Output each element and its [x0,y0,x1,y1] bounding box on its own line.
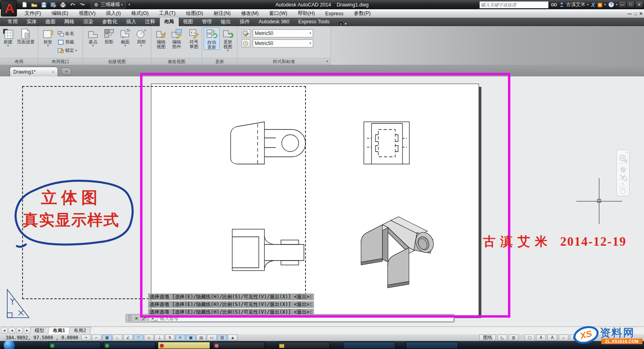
next-layout-button[interactable]: ▶ [16,328,23,334]
dynamic-input-toggle[interactable]: ≡ [175,335,185,341]
page-setup-button[interactable]: 页面设置 [16,27,35,44]
menu-help[interactable]: 帮助(H) [293,9,320,18]
command-line-grip[interactable] [128,315,132,321]
navbar-close-icon[interactable]: × [626,150,628,154]
a360-icon[interactable] [597,2,603,8]
print-button[interactable] [59,1,67,8]
application-menu-button[interactable] [1,0,17,16]
doc-close-button[interactable]: × [639,10,642,16]
workspace-settings-button[interactable]: ☼ [559,335,568,341]
ribbon-tab-autodesk360[interactable]: Autodesk 360 [254,18,294,26]
paper-model-toggle[interactable]: 图纸 [479,335,496,341]
ribbon-tab-solid[interactable]: 实体 [22,18,41,26]
lineweight-toggle[interactable]: ▣ [186,335,196,341]
dimension-style-select[interactable]: Metric50 ▾ [253,29,313,37]
command-line-close-icon[interactable]: × [133,315,140,322]
workspace-switcher[interactable]: 三维建模 ▾ [91,1,126,8]
help-caret-icon[interactable]: ▾ [616,3,617,6]
annotation-monitor-toggle[interactable]: ▲ [228,335,237,341]
menu-parametric[interactable]: 参数(P) [349,9,376,18]
annotation-visibility-button[interactable]: A [536,335,546,341]
qat-overflow-icon[interactable]: ▾ [128,3,130,6]
base-view-button[interactable]: 基点 ▾ [85,27,101,47]
ribbon-tab-express[interactable]: Express Tools [294,18,334,26]
doc-restore-button[interactable]: □ [634,11,637,16]
ribbon-tab-annotate[interactable]: 注释 [141,18,160,26]
redo-button[interactable]: ↷▾ [78,1,87,8]
detail-view-button[interactable]: A 局部 ▾ [133,27,149,47]
object-snap-toggle[interactable]: □ [134,335,143,341]
taskbar-button[interactable] [213,342,265,349]
minimize-button[interactable]: — [618,1,626,8]
ribbon-display-toggle[interactable]: ● ▾ [338,21,347,26]
prev-layout-button[interactable]: ◀ [8,328,15,334]
ribbon-tab-insert[interactable]: 插入 [122,18,141,26]
menu-tools[interactable]: 工具(T) [154,9,181,18]
steering-wheel-button[interactable]: 2D [617,154,629,163]
object-snap-tracking-toggle[interactable]: ⊥ [155,335,164,341]
clip-viewport-button[interactable]: 剪裁 [57,38,78,46]
pan-button[interactable] [617,164,629,172]
menu-file[interactable]: 文件(F) [19,9,46,18]
navigation-bar[interactable]: × 2D ▾ [616,150,630,196]
selection-cycling-toggle[interactable]: ▥ [217,335,227,341]
ribbon-tab-plugins[interactable]: 插件 [235,18,254,26]
doc-minimize-button[interactable]: — [627,11,632,16]
ortho-mode-toggle[interactable]: ∟ [113,335,122,341]
menu-edit[interactable]: 编辑(E) [46,9,74,18]
quick-properties-toggle[interactable]: ▭ [207,335,217,341]
ribbon-tab-mesh[interactable]: 网格 [60,18,79,26]
taskbar-button[interactable] [103,342,155,349]
signin-user-name[interactable]: 古滇艾米 [566,1,586,8]
text-style-select[interactable]: Metric50 ▾ [253,39,313,47]
first-layout-button[interactable]: ◀ [1,328,8,334]
menu-window[interactable]: 窗口(W) [264,9,293,18]
user-caret-icon[interactable]: ▾ [587,3,589,6]
help-button[interactable]: ? [608,2,614,8]
new-file-button[interactable] [20,1,29,8]
ribbon-tab-output[interactable]: 输出 [217,18,235,26]
dynamic-ucs-toggle[interactable]: ↯ [165,335,175,341]
menu-draw[interactable]: 绘图(D) [181,9,208,18]
menu-insert[interactable]: 插入(I) [101,9,126,18]
start-button[interactable] [3,341,15,349]
quick-view-drawings-button[interactable]: ▥ [509,335,518,341]
new-drawing-tab-button[interactable]: + [61,68,72,75]
symbol-sketch-button[interactable]: A 符号草图 [186,27,202,49]
grid-display-toggle[interactable]: ▦ [102,335,112,341]
open-file-button[interactable] [30,1,38,8]
ribbon-tab-view[interactable]: 视图 [179,18,198,26]
menu-dimension[interactable]: 标注(N) [208,9,236,18]
taskbar-button[interactable] [343,342,395,349]
3d-object-snap-toggle[interactable]: ◇ [144,335,154,341]
quick-view-layouts-button[interactable]: ◺ [497,335,507,341]
named-viewport-button[interactable]: 命名 [57,30,78,37]
ribbon-tab-layout[interactable]: 布局 [160,18,179,26]
save-button[interactable] [39,1,48,8]
menu-format[interactable]: 格式(O) [126,9,154,18]
infocenter-search[interactable] [479,1,549,8]
undo-button[interactable]: ↶▾ [68,1,77,8]
style-monitor-button[interactable] [242,39,250,47]
menu-view[interactable]: 视图(V) [74,9,101,18]
edit-components-button[interactable]: 编辑部件 [169,27,185,49]
taskbar-button[interactable] [158,342,210,349]
search-icon[interactable] [551,2,557,7]
a360-caret-icon[interactable]: ▾ [604,3,606,6]
save-as-button[interactable] [49,1,58,8]
file-tab-close-icon[interactable]: × [52,70,54,74]
ribbon-tab-surface[interactable]: 曲面 [41,18,60,26]
layout1-tab[interactable]: 布局1 [48,327,70,334]
zoom-button[interactable] [617,173,629,182]
layout2-tab[interactable]: 布局2 [68,327,91,334]
search-input[interactable] [481,2,541,7]
menu-modify[interactable]: 修改(M) [236,9,264,18]
file-tab-drawing1[interactable]: Drawing1* × [10,67,58,76]
polar-tracking-toggle[interactable]: ∠ [123,335,133,341]
ribbon-tab-home[interactable]: 常用 [3,18,22,26]
taskbar-button[interactable] [406,342,458,349]
annotation-scale-button[interactable]: A [547,335,557,341]
projected-view-button[interactable]: 投影 [101,27,117,44]
navbar-caret-icon[interactable]: ▾ [617,182,629,186]
lock-viewport-button[interactable]: 锁定 ▾ [57,47,78,54]
